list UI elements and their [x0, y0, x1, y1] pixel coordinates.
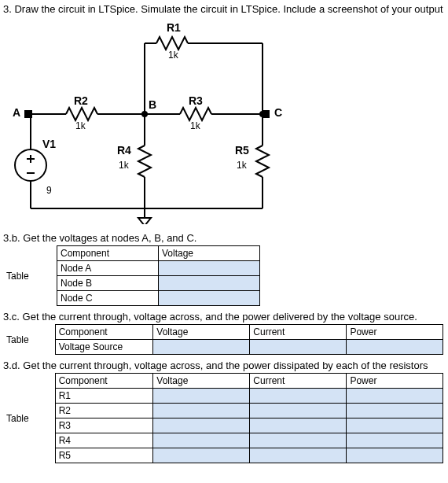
r4-label: R4	[117, 144, 131, 157]
circuit-diagram: R1 1k R2 1k R3 1k R4 1k R5 1k V1 9 A B C	[3, 20, 333, 224]
cell[interactable]	[153, 389, 250, 404]
r2-label: R2	[74, 94, 88, 107]
cell[interactable]	[159, 276, 260, 291]
r4-value: 1k	[119, 160, 129, 171]
svg-point-13	[15, 149, 46, 181]
row: Node B	[57, 276, 159, 291]
hdr-voltage: Voltage	[153, 374, 250, 389]
cell[interactable]	[153, 418, 250, 433]
section-b-prompt: 3.b. Get the voltages at nodes A, B, and…	[3, 232, 445, 244]
r5-value: 1k	[237, 160, 247, 171]
hdr-power: Power	[347, 374, 443, 389]
cell[interactable]	[250, 404, 347, 418]
cell[interactable]	[159, 261, 260, 276]
row: Voltage Source	[55, 340, 153, 355]
cell[interactable]	[153, 340, 250, 355]
r1-value: 1k	[168, 50, 178, 61]
node-b: B	[149, 98, 156, 111]
row: R3	[55, 418, 153, 433]
hdr-power: Power	[347, 325, 443, 340]
table-c-label: Table	[3, 325, 55, 355]
r3-value: 1k	[190, 120, 200, 131]
r3-label: R3	[189, 94, 203, 107]
cell[interactable]	[347, 340, 443, 355]
svg-marker-24	[138, 218, 151, 224]
hdr-current: Current	[250, 374, 347, 389]
cell[interactable]	[153, 433, 250, 448]
table-d-label: Table	[3, 374, 55, 463]
cell[interactable]	[153, 404, 250, 418]
cell[interactable]	[347, 404, 443, 418]
table-b: Table Component Voltage Node A Node B No…	[3, 245, 443, 306]
node-c: C	[274, 106, 282, 119]
cell[interactable]	[250, 433, 347, 448]
cell[interactable]	[153, 448, 250, 463]
row: Node C	[57, 291, 159, 306]
r1-label: R1	[167, 21, 181, 34]
hdr-voltage: Voltage	[159, 246, 260, 261]
section-c-prompt: 3.c. Get the current through, voltage ac…	[3, 311, 445, 323]
cell[interactable]	[159, 291, 260, 306]
hdr-component: Component	[55, 374, 153, 389]
hdr-current: Current	[250, 325, 347, 340]
section-d-prompt: 3.d. Get the current through, voltage ac…	[3, 359, 445, 371]
hdr-component: Component	[55, 325, 153, 340]
question-text: 3. Draw the circuit in LTSpice. Simulate…	[3, 3, 445, 15]
cell[interactable]	[250, 418, 347, 433]
row: R5	[55, 448, 153, 463]
row: R4	[55, 433, 153, 448]
row: R1	[55, 389, 153, 404]
cell[interactable]	[250, 340, 347, 355]
r2-value: 1k	[75, 120, 86, 131]
row: Node A	[57, 261, 159, 276]
cell[interactable]	[347, 433, 443, 448]
r5-label: R5	[235, 144, 249, 157]
hdr-component: Component	[57, 246, 159, 261]
row: R2	[55, 404, 153, 418]
table-b-label: Table	[3, 246, 57, 306]
table-d: Table Component Voltage Current Power R1…	[3, 373, 443, 463]
hdr-voltage: Voltage	[153, 325, 250, 340]
table-c: Table Component Voltage Current Power Vo…	[3, 324, 443, 355]
svg-rect-11	[263, 111, 269, 117]
cell[interactable]	[347, 448, 443, 463]
cell[interactable]	[347, 418, 443, 433]
v1-value: 9	[46, 185, 52, 196]
v1-label: V1	[42, 138, 56, 150]
cell[interactable]	[250, 389, 347, 404]
cell[interactable]	[250, 448, 347, 463]
cell[interactable]	[347, 389, 443, 404]
node-a: A	[13, 106, 20, 119]
